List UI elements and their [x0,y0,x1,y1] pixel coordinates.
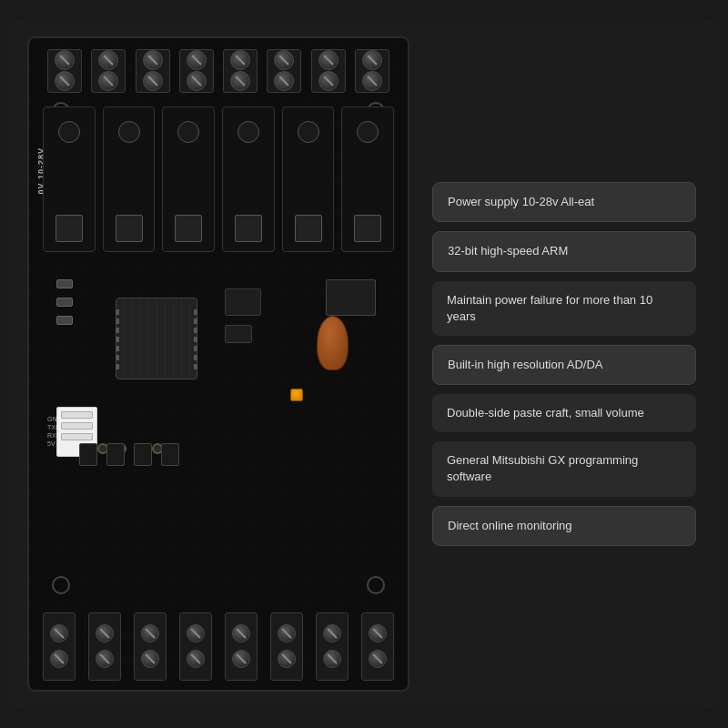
bottom-screw-2 [50,650,68,668]
secondary-ic [326,279,376,316]
screw-3 [98,50,118,70]
feature-card-mitsubishi: General Mitsubishi GX programming softwa… [432,441,696,496]
screw-10 [230,71,250,91]
feature-card-double-side: Double-side paste craft, small volume [432,394,696,432]
terminals-bottom [43,610,394,682]
relay-4 [222,106,275,252]
middle-area: GND TXD RXD 5V [43,261,394,516]
terminal-5 [223,49,258,93]
led-component [290,389,303,401]
main-container: 0V 10-28V [9,18,719,710]
pcb-section: 0V 10-28V [27,36,410,692]
feature-text-arm: 32-bit high-speed ARM [448,243,568,259]
terminal-6 [267,49,301,93]
screw-6 [143,71,163,91]
pcb-board: 0V 10-28V [27,36,410,692]
mounting-hole-br [367,576,385,594]
feature-text-double-side: Double-side paste craft, small volume [447,405,644,421]
bottom-screw-16 [369,650,387,668]
feature-card-monitoring: Direct online monitoring [432,506,696,546]
terminal-8 [355,49,389,93]
terminal-bottom-6 [270,612,303,681]
screw-7 [187,50,207,70]
terminal-bottom-1 [43,612,76,681]
relay-coil-6 [354,215,381,242]
terminal-4 [179,49,214,93]
small-component-2 [56,298,73,307]
screw-16 [362,71,382,91]
terminal-7 [311,49,346,93]
terminal-bottom-4 [179,612,212,681]
feature-text-adda: Built-in high resolution AD/DA [448,357,603,373]
relay-6 [341,106,394,252]
terminal-bottom-5 [225,612,258,681]
bottom-screw-4 [96,650,114,668]
feature-card-power: Power supply 10-28v All-eat [432,182,696,222]
feature-text-monitoring: Direct online monitoring [448,518,572,534]
bottom-screw-8 [187,650,205,668]
screw-15 [362,50,382,70]
bottom-screw-13 [323,624,341,642]
bottom-screw-9 [232,624,250,642]
relay-coil-2 [116,215,143,242]
small-chip-cluster [225,288,261,316]
feature-card-power-failure: Maintain power failure for more than 10 … [432,281,696,336]
feature-text-power: Power supply 10-28v All-eat [448,194,594,210]
bottom-screw-1 [50,624,68,642]
screw-12 [274,71,294,91]
terminal-bottom-8 [361,612,394,681]
screw-9 [230,50,250,70]
small-component-1 [56,279,73,288]
terminals-top [47,46,389,96]
screw-8 [187,71,207,91]
screw-2 [55,71,75,91]
terminal-3 [136,49,170,93]
bottom-screw-3 [96,624,114,642]
feature-text-mitsubishi: General Mitsubishi GX programming softwa… [447,452,682,485]
feature-card-arm: 32-bit high-speed ARM [432,231,696,271]
screw-11 [274,50,294,70]
terminal-bottom-7 [316,612,349,681]
mounting-hole-bl [52,576,70,594]
bottom-screw-7 [187,624,205,642]
bottom-screw-10 [232,650,250,668]
bottom-screw-11 [278,624,296,642]
screw-13 [318,50,339,70]
relay-1 [43,106,96,252]
feature-text-power-failure: Maintain power failure for more than 10 … [447,292,682,325]
bottom-screw-5 [141,624,159,642]
bottom-screw-12 [278,650,296,668]
relay-coil-4 [235,215,262,242]
relay-2 [103,106,156,252]
main-ic-chip [116,298,197,379]
features-panel: Power supply 10-28v All-eat 32-bit high-… [428,173,701,555]
relay-coil-1 [56,215,83,242]
relays-row [43,106,394,252]
screw-4 [98,71,118,91]
terminal-bottom-3 [134,612,167,681]
relay-5 [282,106,335,252]
connector-labels: GND TXD RXD 5V [47,416,62,447]
bottom-screw-15 [369,624,387,642]
bottom-screw-6 [141,650,159,668]
terminal-2 [91,49,126,93]
small-chip-2 [225,325,252,343]
small-component-3 [56,316,73,325]
feature-card-adda: Built-in high resolution AD/DA [432,345,696,385]
screw-5 [143,50,163,70]
terminal-bottom-2 [88,612,121,681]
bottom-screw-14 [323,650,341,668]
mosfets-row [79,443,179,466]
relay-coil-3 [175,215,202,242]
relay-3 [162,106,215,252]
relay-coil-5 [295,215,322,242]
terminal-1 [47,49,82,93]
screw-1 [55,50,75,70]
capacitor-component [317,316,349,370]
screw-14 [318,71,339,91]
